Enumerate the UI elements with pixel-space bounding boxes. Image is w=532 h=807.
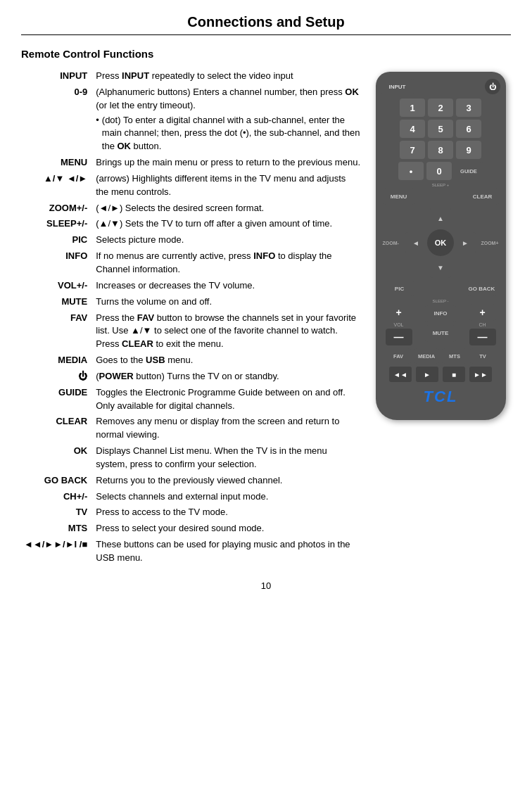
key-pic: PIC [21, 232, 94, 248]
remote-play-button[interactable]: ► [416, 367, 438, 382]
vol-label: VOL [393, 322, 403, 327]
remote-down-button[interactable]: ▼ [430, 257, 451, 278]
remote-vol-minus-button[interactable]: — [386, 329, 412, 345]
key-arrows: ▲/▼ ◄/► [21, 171, 94, 201]
remote-input-button[interactable]: INPUT [381, 79, 414, 94]
remote-fav-button[interactable]: FAV [386, 348, 411, 364]
key-clear: CLEAR [21, 414, 94, 443]
table-row: MENU Brings up the main menu or press to… [21, 155, 363, 171]
remote-guide-button[interactable]: GUIDE [455, 162, 483, 180]
remote-clear-button[interactable]: CLEAR [467, 188, 499, 205]
key-sleep: SLEEP+/- [21, 216, 94, 232]
key-zoom: ZOOM+/- [21, 201, 94, 217]
key-transport: ◄◄/►►/►I /■ [21, 537, 94, 566]
remote-body: INPUT ⏻ 1 2 3 4 5 6 7 8 9 [376, 72, 506, 420]
remote-pic-button[interactable]: PIC [386, 281, 414, 296]
remote-left-button[interactable]: ◄ [405, 232, 426, 253]
remote-ch-minus-button[interactable]: — [469, 329, 496, 345]
remote-mts-button[interactable]: MTS [442, 348, 467, 364]
table-row: CH+/- Selects channels and external inpu… [21, 489, 363, 505]
table-row: INFO If no menus are currently active, p… [21, 248, 363, 278]
key-ok: OK [21, 443, 94, 473]
page-title: Connections and Setup [21, 14, 511, 35]
remote-rewind-button[interactable]: ◄◄ [389, 367, 412, 382]
key-mts: MTS [21, 521, 94, 537]
remote-num3-button[interactable]: 3 [456, 99, 481, 117]
zoom-plus-label: ZOOM+ [481, 241, 498, 246]
table-row: MUTE Turns the volume on and off. [21, 294, 363, 310]
table-row: ▲/▼ ◄/► (arrows) Highlights different it… [21, 171, 363, 201]
remote-vol-plus-button[interactable]: + [386, 304, 412, 321]
table-row: TV Press to access to the TV mode. [21, 504, 363, 521]
table-row: GO BACK Returns you to the previously vi… [21, 473, 363, 489]
key-tv: TV [21, 504, 94, 521]
remote-info-button[interactable]: INFO [425, 305, 456, 322]
remote-num6-button[interactable]: 6 [456, 120, 481, 138]
remote-ch-plus-button[interactable]: + [469, 304, 496, 321]
tcl-logo: TCL [381, 388, 500, 406]
table-row: MTS Press to select your desired sound m… [21, 521, 363, 537]
sleep-minus-label: SLEEP - [381, 299, 500, 303]
key-media: MEDIA [21, 352, 94, 369]
remote-dot-button[interactable]: • [398, 162, 424, 180]
key-guide: GUIDE [21, 385, 94, 414]
table-row: SLEEP+/- (▲/▼) Sets the TV to turn off a… [21, 216, 363, 232]
remote-illustration: INPUT ⏻ 1 2 3 4 5 6 7 8 9 [370, 68, 511, 566]
remote-num1-button[interactable]: 1 [400, 99, 425, 117]
table-row: GUIDE Toggles the Electronic Programme G… [21, 385, 363, 414]
functions-table: INPUT Press INPUT repeatedly to select t… [21, 68, 363, 566]
table-row: 0-9 (Alphanumeric buttons) Enters a chan… [21, 84, 363, 155]
remote-num2-button[interactable]: 2 [428, 99, 453, 117]
remote-num8-button[interactable]: 8 [428, 141, 453, 159]
key-mute: MUTE [21, 294, 94, 310]
table-row: INPUT Press INPUT repeatedly to select t… [21, 68, 363, 84]
table-row: ◄◄/►►/►I /■ These buttons can be used fo… [21, 537, 363, 566]
table-row: VOL+/- Increases or decreases the TV vol… [21, 278, 363, 294]
remote-up-button[interactable]: ▲ [430, 208, 451, 229]
remote-goback-button[interactable]: GO BACK [468, 281, 496, 296]
table-row: FAV Press the FAV button to browse the c… [21, 310, 363, 353]
remote-stop-button[interactable]: ■ [443, 367, 465, 382]
sleep-plus-label: SLEEP + [381, 183, 500, 187]
table-row: PIC Selects picture mode. [21, 232, 363, 248]
remote-num5-button[interactable]: 5 [428, 120, 453, 138]
remote-dpad: ▲ ◄ OK ► ▼ [405, 208, 476, 278]
section-title: Remote Control Functions [21, 48, 511, 60]
key-0-9: 0-9 [21, 84, 94, 155]
remote-vol-control: + VOL — [386, 304, 412, 345]
key-menu: MENU [21, 155, 94, 171]
remote-tv-button[interactable]: TV [470, 348, 495, 364]
remote-num0-button[interactable]: 0 [426, 162, 452, 180]
key-ch: CH+/- [21, 489, 94, 505]
remote-num7-button[interactable]: 7 [400, 141, 425, 159]
key-vol: VOL+/- [21, 278, 94, 294]
remote-num9-button[interactable]: 9 [456, 141, 481, 159]
remote-num4-button[interactable]: 4 [400, 120, 425, 138]
key-power: ⏻ [21, 369, 94, 385]
key-info: INFO [21, 248, 94, 278]
table-row: MEDIA Goes to the USB menu. [21, 352, 363, 369]
remote-power-button[interactable]: ⏻ [485, 79, 500, 94]
key-input: INPUT [21, 68, 94, 84]
key-goback: GO BACK [21, 473, 94, 489]
ch-label: CH [479, 322, 486, 327]
remote-fastfwd-button[interactable]: ►► [469, 367, 492, 382]
remote-ok-button[interactable]: OK [427, 229, 454, 256]
remote-menu-button[interactable]: MENU [383, 188, 415, 205]
page-number: 10 [21, 580, 511, 591]
table-row: OK Displays Channel List menu. When the … [21, 443, 363, 473]
remote-right-button[interactable]: ► [455, 232, 476, 253]
table-row: CLEAR Removes any menu or display from t… [21, 414, 363, 443]
zoom-minus-label: ZOOM- [383, 241, 399, 246]
remote-media-button[interactable]: MEDIA [414, 348, 439, 364]
table-row: ⏻ (POWER button) Turns the TV on or stan… [21, 369, 363, 385]
remote-ch-control: + CH — [469, 304, 496, 345]
remote-mute-button[interactable]: MUTE [425, 325, 456, 342]
key-fav: FAV [21, 310, 94, 353]
table-row: ZOOM+/- (◄/►) Selects the desired screen… [21, 201, 363, 217]
